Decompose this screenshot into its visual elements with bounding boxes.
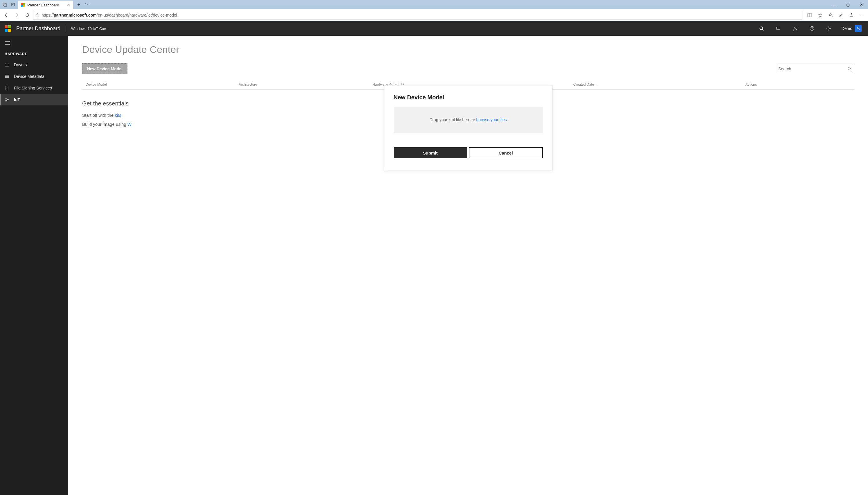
window-maximize-icon[interactable]: ▢ [841,0,855,9]
browser-chrome: Partner Dashboard ✕ + ﹀ — ▢ ✕ https:// [0,0,868,21]
app-brand: Partner Dashboard [16,25,60,32]
appbar-feedback-icon[interactable] [773,23,784,34]
svg-point-12 [794,27,796,29]
appbar-settings-icon[interactable] [823,23,835,34]
table-search[interactable] [776,64,854,74]
browser-tab-title: Partner Dashboard [27,3,65,7]
svg-rect-3 [36,15,39,17]
sidebar-item-label: IoT [14,97,20,102]
svg-point-9 [760,27,763,30]
notes-icon[interactable] [837,11,845,19]
svg-line-40 [850,70,851,71]
app-subtitle: Windows 10 IoT Core [71,27,107,31]
col-actions[interactable]: Actions [745,83,851,87]
lock-icon [36,13,39,17]
appbar-person-icon[interactable] [789,23,801,34]
tab-actions-icon[interactable] [2,1,8,8]
sidebar: HARDWARE Drivers Device Metadata File Si… [0,36,68,495]
tab-dropdown-icon[interactable]: ﹀ [84,2,91,8]
sidebar-item-iot[interactable]: IoT [0,94,68,105]
metadata-icon [5,74,10,79]
build-image-link[interactable]: W [127,122,131,127]
avatar-icon [855,25,862,32]
toolbar: New Device Model [82,63,854,74]
reading-view-icon[interactable] [805,11,814,19]
appbar-divider [66,25,66,32]
svg-point-24 [857,27,859,29]
window-close-icon[interactable]: ✕ [855,0,868,9]
browser-address-bar: https://partner.microsoft.com/en-us/dash… [0,9,868,21]
favorites-list-icon[interactable] [826,11,835,19]
svg-rect-28 [5,64,9,66]
browse-files-link[interactable]: browse your files [476,117,507,122]
nav-back-icon[interactable] [2,11,11,20]
modal-title: New Device Model [394,94,543,101]
svg-point-39 [848,67,851,70]
sort-asc-icon: ↑ [596,83,598,87]
col-created-date[interactable]: Created Date ↑ [573,83,745,87]
url-input[interactable]: https://partner.microsoft.com/en-us/dash… [33,11,802,19]
col-device-model[interactable]: Device Model [86,83,238,87]
dropzone-text: Drag your xml file here or [429,117,475,122]
svg-line-37 [6,99,8,100]
favorite-star-icon[interactable] [816,11,825,19]
ms-favicon-icon [21,3,25,7]
iot-icon [5,97,10,102]
sidebar-item-label: Drivers [14,63,27,67]
svg-line-23 [830,27,830,28]
window-minimize-icon[interactable]: — [828,0,841,9]
appbar-search-icon[interactable] [756,23,767,34]
svg-point-34 [5,98,6,99]
svg-rect-2 [12,3,15,6]
svg-line-22 [827,30,828,30]
set-aside-tabs-icon[interactable] [10,1,16,8]
submit-button[interactable]: Submit [394,147,467,158]
main-content: Device Update Center New Device Model De… [68,36,868,495]
svg-point-15 [828,28,830,29]
nav-forward-icon [12,11,21,20]
svg-rect-29 [6,63,8,64]
svg-rect-1 [4,4,7,6]
app-root: Partner Dashboard Windows 10 IoT Core ? … [0,21,868,495]
sidebar-item-drivers[interactable]: Drivers [0,59,68,71]
svg-rect-33 [5,86,8,90]
appbar-username: Demo [842,26,852,31]
tab-close-icon[interactable]: ✕ [67,3,70,7]
svg-line-38 [7,100,8,101]
share-icon[interactable] [847,11,856,19]
search-icon[interactable] [847,67,851,71]
browser-title-bar: Partner Dashboard ✕ + ﹀ — ▢ ✕ [0,0,868,9]
ms-logo-icon [5,25,11,32]
drivers-icon [5,63,10,67]
sidebar-item-label: Device Metadata [14,74,45,79]
more-icon[interactable]: ⋯ [857,11,866,19]
app-top-bar: Partner Dashboard Windows 10 IoT Core ? … [0,21,868,36]
file-dropzone[interactable]: Drag your xml file here or browse your f… [394,107,543,133]
page-title: Device Update Center [82,44,854,55]
svg-line-20 [827,27,828,28]
new-device-model-button[interactable]: New Device Model [82,63,127,74]
nav-refresh-icon[interactable] [23,11,32,20]
svg-line-10 [762,29,763,31]
sidebar-item-file-signing[interactable]: File Signing Services [0,82,68,94]
appbar-user[interactable]: Demo [840,25,863,32]
sidebar-toggle-icon[interactable] [0,38,68,48]
file-signing-icon [5,86,10,90]
new-tab-icon[interactable]: + [75,2,83,7]
cancel-button[interactable]: Cancel [469,147,543,158]
search-input[interactable] [778,67,847,71]
svg-rect-11 [777,27,780,30]
appbar-help-icon[interactable]: ? [806,23,818,34]
browser-tab[interactable]: Partner Dashboard ✕ [18,1,73,9]
sidebar-item-device-metadata[interactable]: Device Metadata [0,71,68,82]
sidebar-section-title: HARDWARE [0,48,68,59]
svg-text:?: ? [811,27,813,30]
url-text: https://partner.microsoft.com/en-us/dash… [41,13,177,17]
kits-link[interactable]: kits [115,113,121,118]
col-architecture[interactable]: Architecture [238,83,372,87]
svg-line-21 [830,30,830,30]
sidebar-item-label: File Signing Services [14,86,52,90]
new-device-model-modal: New Device Model Drag your xml file here… [384,85,552,170]
